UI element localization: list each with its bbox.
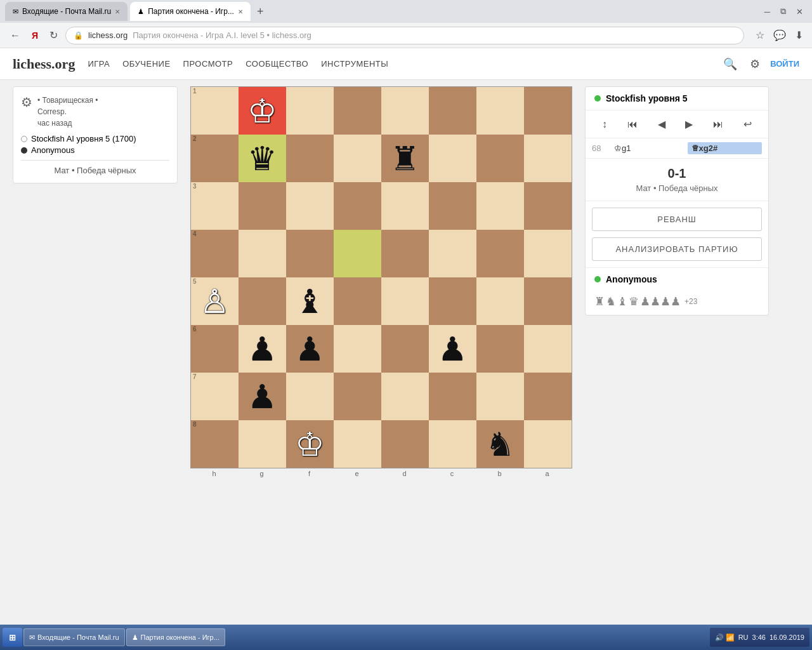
download-button[interactable]: ⬇	[792, 27, 806, 44]
extensions-button[interactable]: 💬	[771, 27, 789, 44]
square-h2: 2	[191, 135, 239, 182]
close-button[interactable]: ✕	[792, 4, 807, 19]
move-row-68: 68 ♔g1 ♕xg2#	[592, 142, 762, 154]
tab-lichess[interactable]: ♟ Партия окончена - Игр... ✕	[130, 2, 251, 21]
square-f1	[286, 87, 334, 135]
restore-button[interactable]: ⧉	[776, 4, 790, 19]
board-container: 1♔2♛♜345♙♝6♟♟♟7♟8♔♞ h g f e d c b a	[190, 86, 572, 618]
move-nav: ↕ ⏮ ◀ ▶ ⏭ ↩	[586, 110, 768, 138]
settings-button[interactable]: ⚙	[747, 55, 763, 74]
square-e5	[334, 277, 381, 325]
square-d5	[381, 277, 429, 325]
square-g5	[239, 277, 286, 325]
file-b: b	[476, 468, 523, 479]
square-b7	[476, 373, 524, 420]
square-a7	[524, 373, 572, 420]
start-button[interactable]: ⊞	[3, 628, 22, 647]
white-dot	[21, 136, 27, 142]
move-white[interactable]: ♔g1	[610, 142, 685, 154]
bookmark-button[interactable]: ☆	[753, 27, 767, 44]
rank-label-8: 8	[193, 421, 197, 428]
reload-button[interactable]: ↻	[46, 27, 62, 44]
move-black[interactable]: ♕xg2#	[688, 142, 763, 154]
search-button[interactable]: 🔍	[721, 55, 740, 74]
back-button[interactable]: ←	[6, 27, 24, 44]
square-d2: ♜	[381, 135, 429, 182]
chess-board: 1♔2♛♜345♙♝6♟♟♟7♟8♔♞	[190, 86, 572, 468]
square-d6	[381, 325, 429, 373]
analyze-button[interactable]: АНАЛИЗИРОВАТЬ ПАРТИЮ	[592, 237, 762, 261]
right-card: Stockfish уровня 5 ↕ ⏮ ◀ ▶ ⏭ ↩ 68 ♔g1 ♕x…	[585, 86, 769, 315]
game-type: • Товарищеская •	[37, 96, 98, 105]
nav-items: ИГРА ОБУЧЕНИЕ ПРОСМОТР СООБЩЕСТВО ИНСТРУ…	[88, 59, 708, 69]
square-e7	[334, 373, 381, 420]
piece-f8: ♔	[295, 428, 325, 461]
nav-tools[interactable]: ИНСТРУМЕНТЫ	[321, 59, 388, 69]
square-d4	[381, 230, 429, 277]
nav-watch[interactable]: ПРОСМОТР	[183, 59, 233, 69]
right-panel: Stockfish уровня 5 ↕ ⏮ ◀ ▶ ⏭ ↩ 68 ♔g1 ♕x…	[585, 86, 769, 618]
url-domain: lichess.org	[88, 30, 128, 40]
flip-board-button[interactable]: ↕	[598, 116, 611, 133]
main-content: ⚙ • Товарищеская • Corresp. час назад St…	[0, 80, 812, 625]
first-move-button[interactable]: ⏮	[624, 116, 641, 133]
square-a4	[524, 230, 572, 277]
square-f6: ♟	[286, 325, 334, 373]
square-h8: 8	[191, 420, 239, 468]
tab-mail[interactable]: ✉ Входящие - Почта Mail.ru ✕	[5, 2, 128, 21]
piece-b8: ♞	[485, 428, 515, 461]
game-meta: • Товарищеская • Corresp. час назад	[37, 95, 98, 129]
square-e2	[334, 135, 381, 182]
taskbar: ⊞ ✉ Входящие - Почта Mail.ru ♟ Партия ок…	[0, 625, 812, 650]
prev-move-button[interactable]: ◀	[654, 116, 669, 133]
square-g8	[239, 420, 286, 468]
captured-count: +23	[684, 297, 697, 306]
tab-close-mail[interactable]: ✕	[115, 8, 120, 15]
next-move-button[interactable]: ▶	[681, 116, 697, 133]
black-player-name: Anonymous	[31, 145, 75, 155]
cap-pawns: ♟♟♟♟	[640, 295, 681, 308]
last-move-button[interactable]: ⏭	[709, 116, 727, 133]
stockfish-header: Stockfish уровня 5	[586, 87, 768, 110]
address-bar[interactable]: 🔒 lichess.org Партия окончена - Игра A.I…	[65, 27, 744, 44]
taskbar-lichess[interactable]: ♟ Партия окончена - Игр...	[126, 628, 225, 646]
board-files: h g f e d c b a	[190, 468, 572, 479]
white-player-name: Stockfish AI уровня 5 (1700)	[31, 134, 136, 143]
square-d1	[381, 87, 429, 135]
square-c2	[429, 135, 476, 182]
square-b3	[476, 182, 524, 230]
nav-play[interactable]: ИГРА	[88, 59, 110, 69]
site-logo[interactable]: lichess.org	[13, 56, 75, 72]
cap-knight: ♞	[606, 295, 616, 308]
file-c: c	[428, 468, 476, 479]
move-number: 68	[592, 143, 608, 153]
square-f3	[286, 182, 334, 230]
square-g3	[239, 182, 286, 230]
square-a6	[524, 325, 572, 373]
square-b2	[476, 135, 524, 182]
analysis-button[interactable]: ↩	[740, 116, 756, 133]
result-description: Мат • Победа чёрных	[593, 183, 761, 193]
square-e3	[334, 182, 381, 230]
rematch-button[interactable]: РЕВАНШ	[592, 208, 762, 231]
black-dot	[21, 147, 27, 154]
minimize-button[interactable]: ─	[761, 4, 774, 19]
nav-learn[interactable]: ОБУЧЕНИЕ	[122, 59, 170, 69]
square-f7	[286, 373, 334, 420]
yandex-button[interactable]: Я	[28, 28, 42, 43]
file-f: f	[285, 468, 333, 479]
nav-community[interactable]: СООБЩЕСТВО	[246, 59, 308, 69]
piece-g1: ♔	[247, 95, 277, 128]
taskbar-mail[interactable]: ✉ Входящие - Почта Mail.ru	[23, 628, 125, 646]
gear-icon: ⚙	[21, 95, 32, 110]
online-indicator	[594, 95, 601, 102]
file-e: e	[333, 468, 381, 479]
new-tab-button[interactable]: +	[253, 5, 268, 18]
square-h1: 1	[191, 87, 239, 135]
square-h7: 7	[191, 373, 239, 420]
square-d7	[381, 373, 429, 420]
cap-queen: ♛	[629, 295, 639, 308]
square-e4	[334, 230, 381, 277]
login-button[interactable]: ВОЙТИ	[770, 59, 799, 69]
tab-close-lichess[interactable]: ✕	[238, 8, 243, 15]
